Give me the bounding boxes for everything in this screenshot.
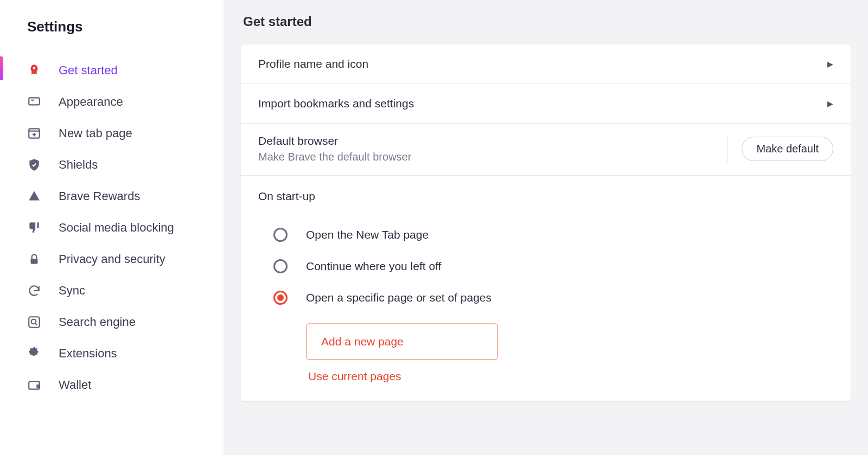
divider	[727, 135, 727, 163]
radio-checked-icon	[273, 291, 288, 305]
startup-option-continue[interactable]: Continue where you left off	[258, 251, 833, 282]
startup-option-new-tab[interactable]: Open the New Tab page	[258, 219, 833, 251]
sidebar-item-label: Sync	[59, 284, 85, 298]
sidebar-item-label: Privacy and security	[59, 252, 165, 266]
import-row[interactable]: Import bookmarks and settings ▶	[241, 84, 851, 124]
sidebar-item-privacy[interactable]: Privacy and security	[0, 243, 224, 275]
rocket-icon	[27, 63, 47, 78]
sidebar-item-label: Wallet	[59, 378, 91, 392]
sidebar-item-get-started[interactable]: Get started	[0, 55, 224, 86]
sidebar-item-social[interactable]: Social media blocking	[0, 212, 224, 243]
sidebar-title: Settings	[0, 18, 224, 35]
sidebar-item-label: Social media blocking	[59, 221, 174, 235]
sidebar-item-appearance[interactable]: Appearance	[0, 86, 224, 118]
startup-title: On start-up	[258, 190, 833, 203]
rewards-icon	[27, 189, 47, 203]
sidebar-item-label: Appearance	[59, 95, 123, 109]
sidebar-item-wallet[interactable]: Wallet	[0, 369, 224, 401]
svg-rect-6	[31, 259, 38, 264]
chevron-right-icon: ▶	[827, 60, 833, 68]
svg-line-9	[35, 323, 37, 325]
sidebar-item-label: Get started	[59, 63, 118, 78]
profile-row-label: Profile name and icon	[258, 57, 368, 71]
sidebar-item-shields[interactable]: Shields	[0, 149, 224, 181]
startup-option-label: Open the New Tab page	[306, 228, 429, 241]
startup-option-label: Open a specific page or set of pages	[306, 291, 492, 304]
shield-icon	[27, 158, 47, 172]
active-indicator	[0, 56, 3, 80]
sidebar-item-extensions[interactable]: Extensions	[0, 338, 224, 369]
startup-option-label: Continue where you left off	[306, 260, 441, 273]
sidebar-item-label: New tab page	[59, 126, 132, 140]
thumbs-down-icon	[27, 221, 47, 235]
radio-unchecked-icon	[273, 259, 288, 273]
default-browser-row: Default browser Make Brave the default b…	[241, 124, 851, 176]
sidebar-item-label: Search engine	[59, 315, 136, 329]
add-new-page-button[interactable]: Add a new page	[306, 323, 498, 360]
chevron-right-icon: ▶	[827, 99, 833, 108]
default-browser-sub: Make Brave the default browser	[258, 151, 411, 163]
svg-rect-7	[29, 317, 40, 328]
sidebar-item-label: Brave Rewards	[59, 189, 140, 203]
appearance-icon	[27, 95, 47, 109]
settings-sidebar: Settings Get started Appearance New tab …	[0, 0, 224, 455]
settings-card: Profile name and icon ▶ Import bookmarks…	[241, 44, 851, 401]
new-tab-icon	[27, 126, 47, 140]
lock-icon	[27, 252, 47, 266]
startup-option-specific[interactable]: Open a specific page or set of pages	[258, 282, 833, 313]
page-title: Get started	[241, 14, 868, 29]
default-browser-title: Default browser	[258, 134, 411, 148]
sidebar-list: Get started Appearance New tab page Shie…	[0, 55, 224, 401]
sync-icon	[27, 284, 47, 298]
radio-unchecked-icon	[273, 228, 288, 242]
use-current-pages-button[interactable]: Use current pages	[306, 370, 401, 383]
sidebar-item-label: Extensions	[59, 347, 117, 361]
startup-sub-actions: Add a new page Use current pages	[306, 323, 833, 383]
main-content: Get started Profile name and icon ▶ Impo…	[224, 0, 868, 455]
startup-section: On start-up Open the New Tab page Contin…	[241, 176, 851, 401]
import-row-label: Import bookmarks and settings	[258, 97, 414, 110]
wallet-icon	[27, 378, 47, 392]
sidebar-item-rewards[interactable]: Brave Rewards	[0, 181, 224, 212]
sidebar-item-search[interactable]: Search engine	[0, 306, 224, 338]
search-icon	[27, 315, 47, 329]
sidebar-item-new-tab[interactable]: New tab page	[0, 118, 224, 149]
profile-row[interactable]: Profile name and icon ▶	[241, 44, 851, 84]
svg-rect-0	[29, 98, 40, 105]
sidebar-item-sync[interactable]: Sync	[0, 275, 224, 306]
extensions-icon	[27, 347, 47, 361]
svg-point-8	[31, 319, 36, 324]
sidebar-item-label: Shields	[59, 158, 98, 172]
make-default-button[interactable]: Make default	[742, 137, 833, 161]
